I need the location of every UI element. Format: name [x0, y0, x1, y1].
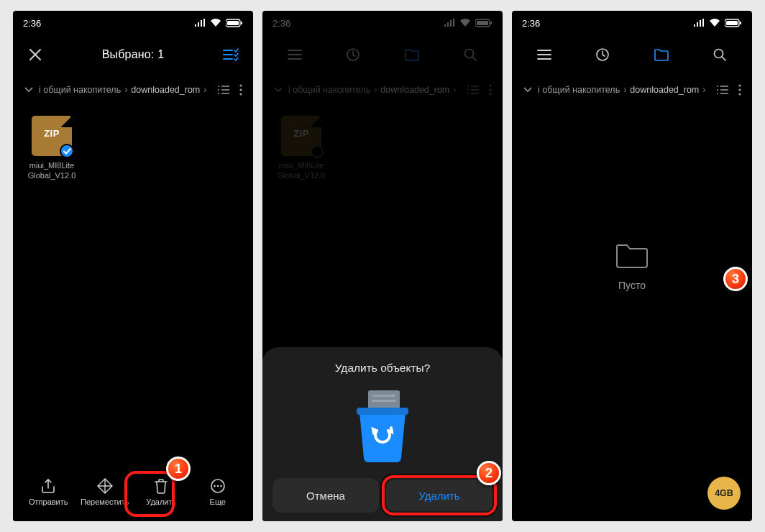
view-mode-button[interactable] [214, 81, 233, 99]
breadcrumb[interactable]: i общий накопитель › downloaded_rom › [262, 74, 503, 106]
send-button[interactable]: Отправить [23, 478, 73, 506]
file-grid: ZIP miui_MI8Lite Global_V12.0 [262, 106, 503, 191]
selected-check-icon [60, 144, 74, 158]
dialog-buttons: Отмена Удалить [272, 478, 493, 513]
svg-point-17 [489, 93, 491, 95]
statusbar: 2:36 [13, 11, 253, 35]
file-name-line: miui_MI8Lite [26, 160, 78, 170]
status-icons [444, 19, 493, 27]
svg-point-7 [214, 485, 216, 487]
svg-point-4 [239, 88, 242, 91]
chevron-right-icon: › [374, 85, 377, 95]
svg-rect-1 [227, 21, 239, 25]
dialog-title: Удалить объекты? [272, 362, 493, 375]
appbar-selection: Выбрано: 1 [13, 35, 253, 74]
status-icons [194, 19, 243, 27]
svg-rect-2 [241, 22, 242, 24]
chevron-down-icon [274, 87, 283, 93]
screen-2-confirm-dialog: 2:36 i общий накопитель › downloaded_rom… [262, 11, 503, 521]
trash-bin-illustration [272, 386, 493, 465]
file-thumbnail: ZIP [281, 116, 321, 156]
breadcrumb-current: downloaded_rom [380, 85, 449, 95]
wifi-icon [459, 19, 471, 27]
search-button[interactable] [449, 40, 492, 69]
empty-label: Пусто [618, 280, 646, 291]
view-mode-button[interactable] [464, 81, 482, 99]
recent-tab[interactable] [331, 40, 375, 69]
svg-rect-19 [372, 395, 395, 397]
selection-count-title: Выбрано: 1 [45, 48, 221, 61]
more-icon [210, 478, 226, 494]
breadcrumb[interactable]: i общий накопитель › downloaded_rom › [13, 74, 253, 106]
menu-button[interactable] [273, 40, 316, 69]
file-item-zip[interactable]: ZIP miui_MI8Lite Global_V12.0 [26, 116, 78, 181]
screen-3-empty: 2:36 i общий накопитель › downloaded_rom… [512, 11, 752, 521]
svg-point-9 [220, 485, 222, 487]
action-label: Переместить [81, 497, 129, 506]
move-icon [97, 478, 113, 494]
file-thumbnail: ZIP [32, 116, 72, 156]
file-ext-label: ZIP [44, 128, 60, 140]
storage-size-label: 4GB [715, 488, 733, 498]
chevron-right-icon: › [453, 85, 456, 95]
cancel-button[interactable]: Отмена [272, 478, 379, 513]
appbar-tabs [262, 35, 503, 74]
svg-point-5 [239, 93, 242, 95]
chevron-down-icon [24, 87, 33, 93]
share-icon [40, 478, 56, 494]
bottom-action-bar: Отправить Переместить Удалить Еще [13, 467, 253, 521]
folder-icon [614, 241, 650, 270]
empty-state: Пусто [512, 11, 752, 521]
storage-badge[interactable]: 4GB [707, 477, 741, 510]
clock: 2:36 [272, 18, 290, 29]
statusbar: 2:36 [262, 11, 503, 35]
files-tab[interactable] [390, 40, 434, 69]
button-label: Отмена [306, 490, 345, 502]
overflow-menu-button[interactable] [485, 81, 495, 99]
wifi-icon [210, 19, 221, 27]
file-name-line: Global_V12.0 [26, 170, 78, 180]
svg-point-16 [489, 88, 491, 91]
battery-icon [475, 19, 493, 27]
action-label: Еще [210, 497, 226, 506]
confirm-delete-button[interactable]: Удалить [386, 478, 493, 513]
svg-rect-11 [477, 21, 488, 25]
chevron-right-icon: › [124, 85, 127, 95]
breadcrumb-segment: i общий накопитель [288, 85, 370, 95]
clock: 2:36 [23, 18, 41, 29]
trash-icon [154, 478, 168, 494]
move-button[interactable]: Переместить [80, 478, 130, 506]
button-label: Удалить [418, 490, 459, 502]
battery-icon [226, 19, 243, 27]
signal-icon [444, 19, 455, 27]
file-name-line: miui_MI8Lite [275, 160, 327, 170]
file-item-zip[interactable]: ZIP miui_MI8Lite Global_V12.0 [275, 116, 327, 181]
file-grid: ZIP miui_MI8Lite Global_V12.0 [13, 106, 253, 191]
svg-point-8 [216, 485, 219, 487]
select-all-button[interactable] [221, 45, 240, 64]
svg-point-15 [489, 84, 491, 86]
breadcrumb-segment: i общий накопитель [39, 85, 121, 95]
chevron-right-icon: › [203, 85, 206, 95]
screen-1-selection: 2:36 Выбрано: 1 i общий накопитель › dow… [13, 11, 253, 521]
breadcrumb-current: downloaded_rom [131, 85, 200, 95]
delete-confirm-dialog: Удалить объекты? Отмена Удали [262, 347, 503, 521]
file-name-line: Global_V12.0 [275, 170, 327, 180]
delete-button[interactable]: Удалить [136, 478, 186, 506]
action-label: Удалить [146, 497, 176, 506]
svg-rect-21 [357, 408, 408, 415]
unselected-check-icon [311, 145, 324, 158]
file-ext-label: ZIP [293, 128, 309, 140]
action-label: Отправить [29, 497, 68, 506]
svg-rect-12 [490, 22, 492, 24]
overflow-menu-button[interactable] [236, 81, 246, 99]
svg-point-3 [239, 84, 242, 86]
close-button[interactable] [26, 45, 45, 64]
svg-rect-20 [372, 400, 395, 402]
more-button[interactable]: Еще [193, 478, 243, 506]
signal-icon [194, 19, 206, 27]
